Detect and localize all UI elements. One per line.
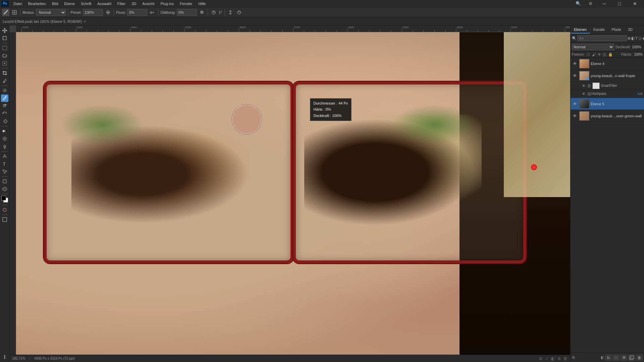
sublayer-hochpass[interactable]: 👁 ⛓ Hochpass fx ⚙	[571, 90, 644, 98]
menu-auswahl[interactable]: Auswahl	[95, 1, 114, 6]
menu-3d[interactable]: 3D	[129, 1, 139, 6]
dodge-tool[interactable]	[1, 143, 8, 150]
gradient-tool[interactable]	[1, 127, 8, 135]
tab-3d[interactable]: 3D	[625, 26, 636, 34]
clone-stamp-tool[interactable]	[1, 102, 8, 110]
text-tool[interactable]: T	[1, 160, 8, 168]
quick-mask-tool[interactable]	[1, 206, 8, 214]
patch-tool[interactable]	[1, 87, 8, 94]
panel-icon-kind[interactable]: ⊞	[628, 35, 631, 41]
symmetry-icon[interactable]	[227, 9, 234, 16]
titlebar: Leucht Effekt.psdc bei 181% (Ebene 5, RG…	[0, 17, 644, 25]
delete-layer-btn[interactable]: 🗑	[636, 355, 643, 361]
menu-bild[interactable]: Bild	[49, 1, 61, 6]
smoothing-options-icon[interactable]: ⚙	[198, 9, 206, 16]
3d-tool[interactable]	[1, 185, 8, 193]
layer-item-ebene5[interactable]: 👁 Ebene 5	[571, 98, 644, 110]
foreground-color[interactable]	[1, 196, 6, 200]
lock-icon-position[interactable]: ✢	[598, 52, 601, 57]
object-select-tool[interactable]	[1, 60, 8, 67]
status-icon-1: ⊞	[539, 356, 542, 361]
color-swatches[interactable]	[1, 196, 9, 203]
close-tab-btn[interactable]: ×	[84, 19, 86, 23]
menu-plugins[interactable]: Plug-ins	[158, 1, 176, 6]
win-minimize[interactable]: ─	[596, 0, 612, 7]
brush-settings-icon[interactable]	[104, 9, 112, 16]
layer-search-input[interactable]	[577, 35, 627, 41]
panel-icon-pixel[interactable]: ◧	[631, 35, 635, 41]
search-icon[interactable]: 🔍	[572, 0, 584, 7]
layer-blend-select[interactable]: Normal	[572, 44, 614, 50]
crop-tool[interactable]	[1, 69, 8, 77]
lock-icon-image[interactable]: 🖌	[592, 53, 596, 57]
tab-ebenen[interactable]: Ebenen	[571, 26, 590, 34]
layer-item-ebene4[interactable]: 👁 Ebene 4	[571, 58, 644, 70]
new-layer-btn[interactable]	[628, 355, 635, 361]
mode-icon[interactable]	[11, 9, 18, 16]
move-tool[interactable]	[1, 27, 8, 34]
eraser-tool[interactable]	[1, 118, 8, 125]
menu-datei[interactable]: Datei	[11, 1, 25, 6]
panel-icon-smart[interactable]: ◈	[642, 35, 644, 41]
blend-mode-select[interactable]: Normal	[36, 9, 66, 16]
pen-tool[interactable]	[1, 153, 8, 160]
tab-pfade[interactable]: Pfade	[608, 26, 625, 34]
layer-item-background[interactable]: 👁 young-beauti-...over-green-wall	[571, 110, 644, 122]
sublayer-vis-smartfilter[interactable]: 👁	[581, 84, 587, 88]
brush-size-input[interactable]	[83, 9, 103, 16]
menu-ebene[interactable]: Ebene	[61, 1, 77, 6]
blur-tool[interactable]	[1, 135, 8, 142]
brush-tool-icon[interactable]	[2, 9, 9, 16]
sublayer-fx-hochpass: fx	[638, 92, 640, 96]
panel-icon-type[interactable]: T	[635, 35, 638, 41]
eyedropper-tool[interactable]	[1, 77, 8, 84]
menu-bearbeiten[interactable]: Bearbeiten	[25, 1, 49, 6]
panel-footer: ⊞ ◧ fx □ ⊕ 🗑	[571, 353, 644, 362]
ruler-svg: 2220232024202520262027202820292030203120…	[16, 25, 570, 32]
layer-name-kopie: young-beauti...n-wall Kopie	[591, 74, 643, 78]
shape-tool[interactable]	[1, 178, 8, 185]
menu-hilfe[interactable]: Hilfe	[196, 1, 208, 6]
marquee-tool[interactable]	[1, 44, 8, 52]
menu-schrift[interactable]: Schrift	[78, 1, 94, 6]
layer-vis-ebene5[interactable]: 👁	[572, 102, 578, 106]
pressure-icon[interactable]	[235, 9, 243, 16]
path-select-tool[interactable]	[1, 168, 8, 175]
layer-vis-kopie[interactable]: 👁	[572, 73, 578, 78]
svg-rect-9	[3, 37, 6, 40]
menu-filter[interactable]: Filter	[115, 1, 128, 6]
lock-icon-artboard[interactable]: ◫	[603, 52, 606, 57]
screen-mode-tool[interactable]	[1, 216, 8, 223]
workspace-icon[interactable]: ⊞	[584, 0, 596, 7]
layer-vis-ebene4[interactable]: 👁	[572, 61, 578, 66]
lasso-tool[interactable]	[1, 52, 8, 59]
airbrush-icon[interactable]	[149, 9, 156, 16]
app-logo: Ps	[1, 1, 9, 7]
canvas-container[interactable]: Durchmesser : 44 Px Härte : 0% Deckkraft…	[16, 32, 570, 362]
panel-icon-shape[interactable]: ⬡	[638, 35, 642, 41]
svg-rect-10	[3, 46, 7, 50]
extras-tool[interactable]	[1, 353, 8, 361]
sublayer-smartfilter[interactable]: 👁 ⛓ SmartFilter	[571, 82, 644, 90]
history-brush-tool[interactable]	[1, 110, 8, 117]
lock-icon-all[interactable]: 🔒	[608, 52, 613, 57]
sublayer-vis-hochpass[interactable]: 👁	[581, 92, 587, 96]
win-close[interactable]: ✕	[627, 0, 643, 7]
new-group-btn[interactable]: ⊕	[621, 355, 627, 361]
layer-vis-background[interactable]: 👁	[572, 114, 578, 118]
menu-fenster[interactable]: Fenster	[177, 1, 195, 6]
artboard-tool[interactable]	[1, 35, 8, 42]
add-mask-btn[interactable]: □	[613, 355, 620, 361]
smoothing-input[interactable]	[177, 9, 197, 16]
menu-ansicht[interactable]: Ansicht	[140, 1, 157, 6]
win-maximize[interactable]: □	[612, 0, 627, 7]
brush-tool[interactable]	[1, 95, 8, 102]
tab-kanaele[interactable]: Kanäle	[590, 26, 608, 34]
sublayer-options-hochpass[interactable]: ⚙	[640, 92, 643, 96]
angle-icon[interactable]	[210, 9, 217, 16]
document-title: Leucht Effekt.psdc bei 181% (Ebene 5, RG…	[3, 19, 82, 23]
flow-input[interactable]	[127, 9, 147, 16]
add-style-btn[interactable]: fx	[605, 355, 612, 361]
layer-item-kopie[interactable]: 👁 young-beauti...n-wall Kopie	[571, 70, 644, 82]
lock-icon-transparent[interactable]: ⬡	[587, 52, 590, 57]
